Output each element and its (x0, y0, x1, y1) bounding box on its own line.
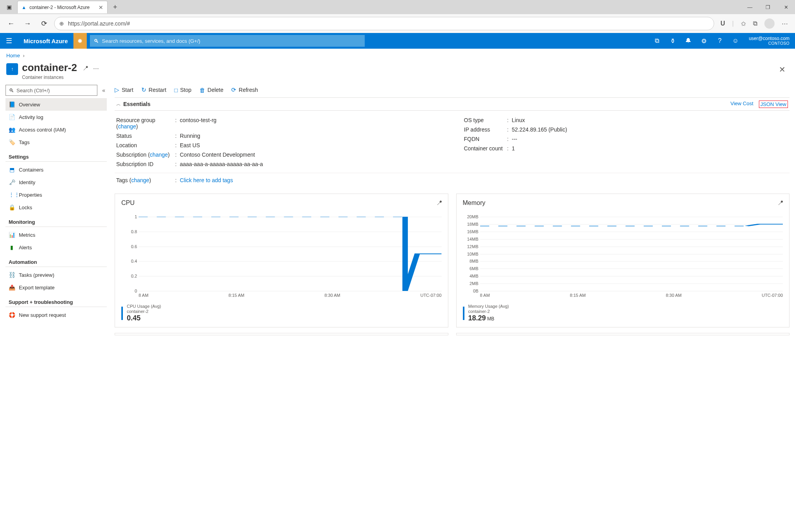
address-bar[interactable]: ⊕ https://portal.azure.com/# (54, 17, 714, 30)
account-menu[interactable]: user@contoso.com CONTOSO (743, 36, 795, 46)
stat-value: 0.45 (127, 314, 161, 322)
profile-avatar[interactable] (764, 18, 775, 29)
azure-brand[interactable]: Microsoft Azure (18, 38, 73, 44)
close-blade-button[interactable]: ✕ (776, 62, 789, 77)
nav-refresh-button[interactable]: ⟳ (38, 17, 50, 30)
nav-back-button[interactable]: ← (5, 17, 17, 30)
nav-item-label: Overview (19, 102, 40, 108)
stat-value: 18.29 MB (468, 314, 509, 322)
settings-gear-icon[interactable]: ⚙ (696, 33, 712, 49)
sidebar-item-new-support-request[interactable]: 🛟New support request (5, 309, 107, 321)
collections-icon[interactable]: ⧉ (753, 20, 757, 27)
sidebar-item-activity-log[interactable]: 📄Activity log (5, 111, 107, 123)
side-search[interactable]: 🔍︎ Search (Ctrl+/) (5, 85, 97, 96)
subscription-link[interactable]: Contoso Content Development (180, 152, 255, 158)
chevron-right-icon: › (23, 53, 24, 59)
nav-item-label: Locks (19, 205, 32, 210)
sidebar-item-containers[interactable]: ⬒Containers (5, 163, 107, 176)
change-rg-link[interactable]: change (118, 123, 136, 130)
chart-plot[interactable]: 20MB18MB16MB14MB12MB10MB8MB6MB4MB2MB0B (480, 217, 783, 291)
x-tick: 8 AM (480, 293, 490, 298)
directories-icon[interactable]: ⚱ (665, 33, 680, 49)
help-icon[interactable]: ? (712, 33, 727, 49)
sidebar-item-alerts[interactable]: ▮Alerts (5, 241, 107, 254)
nav-item-icon: ⋮⋮ (9, 192, 15, 198)
stop-button[interactable]: □Stop (174, 87, 192, 93)
os-value: Linux (512, 117, 525, 123)
feedback-icon[interactable]: ☺ (727, 33, 743, 49)
crumb-home[interactable]: Home (6, 53, 20, 59)
favorites-icon[interactable]: ✩ (741, 20, 746, 27)
nav-item-icon: 📘 (9, 101, 15, 108)
chart-card-memory: Memory📍︎20MB18MB16MB14MB12MB10MB8MB6MB4M… (456, 194, 790, 327)
pin-chart-icon[interactable]: 📍︎ (777, 199, 784, 207)
refresh-icon: ⟳ (231, 86, 236, 93)
json-view-link[interactable]: JSON View (759, 101, 788, 108)
preview-bug-icon[interactable]: ✹ (73, 33, 87, 49)
account-directory: CONTOSO (749, 41, 790, 46)
window-minimize-icon[interactable]: ― (741, 1, 759, 13)
nav-item-icon: 🏷️ (9, 139, 15, 145)
close-tab-icon[interactable]: ✕ (99, 4, 103, 11)
collapse-nav-icon[interactable]: « (101, 86, 107, 95)
start-button[interactable]: ▷Start (115, 86, 133, 93)
refresh-button[interactable]: ⟳Refresh (231, 86, 258, 93)
nav-item-label: Identity (19, 179, 35, 185)
nav-item-icon: 📄 (9, 114, 15, 120)
stat-color-bar (121, 307, 123, 320)
site-info-icon[interactable]: ⊕ (59, 20, 64, 27)
sidebar-item-tasks-preview-[interactable]: ⛓️Tasks (preview) (5, 269, 107, 281)
chevron-up-icon[interactable]: ︿ (116, 101, 121, 108)
delete-button[interactable]: 🗑︎Delete (199, 87, 223, 93)
tab-title: container-2 - Microsoft Azure (29, 5, 90, 10)
sidebar-item-locks[interactable]: 🔒Locks (5, 201, 107, 214)
browser-menu-icon[interactable]: ⋯ (782, 20, 788, 27)
chart-plot[interactable]: 10.80.60.40.20 (139, 217, 442, 291)
sidebar-item-metrics[interactable]: 📊Metrics (5, 229, 107, 241)
nav-forward-button[interactable]: → (21, 17, 34, 30)
sidebar-item-access-control-iam-[interactable]: 👥Access control (IAM) (5, 123, 107, 136)
add-tags-link[interactable]: Click here to add tags (180, 177, 233, 183)
azure-search-input[interactable] (102, 38, 361, 44)
status-value: Running (180, 133, 200, 139)
sidebar-item-properties[interactable]: ⋮⋮Properties (5, 188, 107, 201)
window-close-icon[interactable]: ✕ (777, 1, 795, 13)
notifications-icon[interactable]: 🔔︎ (680, 33, 696, 49)
cloud-shell-icon[interactable]: ⧉ (649, 33, 665, 49)
nav-item-icon: 📤 (9, 284, 15, 291)
browser-tab[interactable]: ▲ container-2 - Microsoft Azure ✕ (17, 1, 108, 13)
extension-icon[interactable]: U (720, 20, 725, 27)
resource-group-link[interactable]: contoso-test-rg (180, 117, 216, 130)
restart-button[interactable]: ↻Restart (141, 86, 166, 93)
azure-search[interactable]: 🔍︎ (90, 35, 365, 47)
window-maximize-icon[interactable]: ❐ (759, 1, 777, 13)
nav-item-icon: 👥 (9, 126, 15, 133)
sidebar-item-identity[interactable]: 🗝️Identity (5, 176, 107, 188)
sidebar-item-overview[interactable]: 📘Overview (5, 98, 107, 111)
essentials-header[interactable]: Essentials (123, 101, 150, 107)
new-tab-button[interactable]: + (110, 3, 121, 11)
resource-type-label: Container instances (22, 75, 77, 80)
nav-item-icon: 📊 (9, 232, 15, 238)
breadcrumb: Home › (0, 49, 795, 60)
play-icon: ▷ (115, 86, 119, 93)
pin-icon[interactable]: 📍︎ (82, 65, 88, 72)
nav-group-header: Support + troubleshooting (5, 294, 107, 307)
x-tick: 8:30 AM (666, 293, 682, 298)
more-icon[interactable]: ⋯ (93, 65, 99, 72)
nav-item-label: Activity log (19, 114, 43, 120)
change-sub-link[interactable]: change (150, 152, 168, 158)
pin-chart-icon[interactable]: 📍︎ (436, 199, 442, 207)
nav-group-header: Monitoring (5, 214, 107, 227)
nav-item-icon: 🛟 (9, 312, 15, 318)
change-tags-link[interactable]: change (131, 177, 149, 183)
view-cost-link[interactable]: View Cost (730, 101, 753, 108)
x-tick: 8 AM (139, 293, 148, 298)
sidebar-item-tags[interactable]: 🏷️Tags (5, 136, 107, 148)
fqdn-value: --- (512, 136, 517, 142)
chart-card-cpu: CPU📍︎10.80.60.40.208 AM8:15 AM8:30 AMUTC… (115, 194, 448, 327)
portal-menu-button[interactable]: ☰ (0, 33, 18, 49)
sidebar-item-export-template[interactable]: 📤Export template (5, 281, 107, 294)
browser-tab-icon[interactable]: ▣ (3, 1, 15, 13)
nav-item-label: Properties (19, 192, 42, 198)
